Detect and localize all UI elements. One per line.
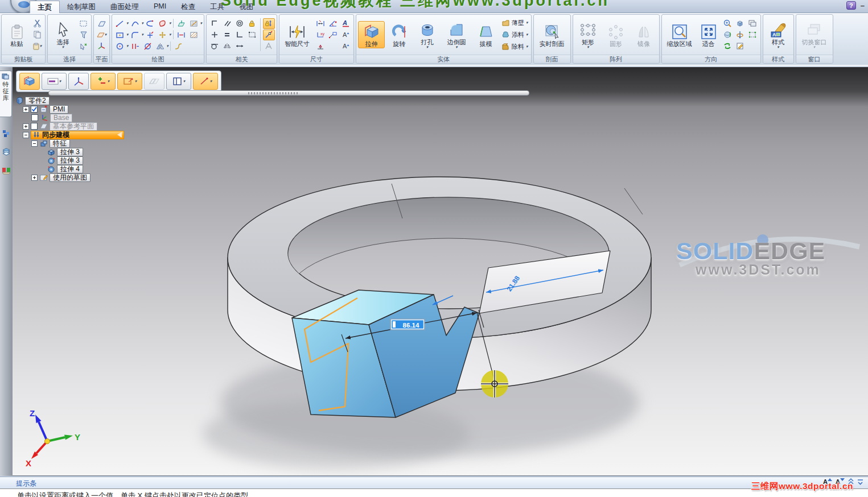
extrude-button[interactable]: 拉伸 bbox=[358, 21, 385, 48]
symmetry-icon[interactable] bbox=[221, 41, 233, 52]
rotate-sphere-icon[interactable] bbox=[722, 30, 734, 40]
round-button[interactable]: 边倒圆▾ bbox=[442, 19, 471, 50]
paste-special-icon[interactable]: ▾ bbox=[31, 41, 43, 52]
smart-dimension-button[interactable]: 智能尺寸 bbox=[281, 21, 313, 48]
datum-icon[interactable] bbox=[314, 41, 326, 52]
direction-line-icon[interactable]: ▾ bbox=[193, 73, 218, 90]
parallel-icon[interactable] bbox=[221, 18, 233, 29]
circular-pattern-button[interactable]: 圆形 bbox=[603, 21, 630, 48]
model-canvas[interactable]: 86.14 21.88 bbox=[0, 67, 868, 476]
offset-icon[interactable] bbox=[129, 41, 141, 52]
hatch-icon[interactable] bbox=[188, 30, 200, 40]
triad-icon[interactable] bbox=[96, 41, 108, 52]
tree-row-extrude3b[interactable]: 拉伸 3 bbox=[47, 156, 124, 164]
scissors-icon[interactable] bbox=[31, 18, 43, 29]
extent-icon[interactable]: ▾ bbox=[117, 73, 142, 90]
transform-icon[interactable] bbox=[77, 41, 89, 52]
pathfinder-collapse-bar[interactable] bbox=[48, 90, 529, 96]
equal-icon[interactable] bbox=[221, 30, 233, 40]
move-icon[interactable] bbox=[157, 30, 168, 40]
checkbox-checked[interactable] bbox=[31, 106, 38, 113]
concentric-icon[interactable] bbox=[233, 18, 245, 29]
add-cut-icon[interactable]: ▾ bbox=[90, 73, 116, 90]
pan-cube-icon[interactable] bbox=[734, 18, 746, 29]
tab-pmi[interactable]: PMI bbox=[146, 1, 174, 13]
style-button[interactable]: A 样式▾ bbox=[765, 19, 792, 50]
grid-icon[interactable] bbox=[188, 18, 200, 29]
keypoint-icon[interactable]: ▾ bbox=[42, 73, 67, 90]
zoom-icon[interactable] bbox=[722, 18, 734, 29]
auto-dimension-toggle[interactable] bbox=[263, 41, 275, 52]
paste-button[interactable]: 粘贴 bbox=[3, 21, 30, 48]
tree-row-extrude4[interactable]: 拉伸 4 bbox=[47, 165, 124, 173]
rectangle-icon[interactable] bbox=[114, 30, 126, 40]
layers-icon[interactable] bbox=[1, 147, 11, 157]
tab-home[interactable]: 主页 bbox=[30, 1, 60, 13]
midpoint-icon[interactable] bbox=[208, 30, 220, 40]
plane-icon[interactable] bbox=[96, 18, 108, 29]
checkbox-unchecked[interactable] bbox=[31, 114, 38, 121]
cascade-view-icon[interactable] bbox=[747, 18, 759, 29]
distance-between-icon[interactable] bbox=[314, 18, 326, 29]
expand-icon[interactable] bbox=[23, 123, 29, 130]
tree-row-extrude3a[interactable]: 拉伸 3 bbox=[47, 148, 124, 156]
tree-row-part[interactable]: 零件2 bbox=[15, 97, 124, 105]
expand-icon[interactable] bbox=[857, 479, 863, 485]
expand-icon[interactable] bbox=[31, 175, 38, 181]
3d-viewport[interactable]: 86.14 21.88 bbox=[0, 67, 868, 476]
angle-icon[interactable] bbox=[327, 18, 339, 29]
arc-icon[interactable] bbox=[129, 18, 141, 29]
lock-icon[interactable] bbox=[246, 18, 258, 29]
filter-icon[interactable] bbox=[77, 30, 89, 40]
swap-view-icon[interactable] bbox=[722, 41, 734, 52]
symmetric-icon[interactable] bbox=[144, 73, 164, 90]
spin-icon[interactable] bbox=[734, 30, 746, 40]
extrude-mode-icon[interactable] bbox=[19, 73, 40, 90]
cut-material-button[interactable]: 除料▾ bbox=[500, 41, 529, 52]
add-material-button[interactable]: 添料▾ bbox=[500, 29, 529, 40]
loop-icon[interactable] bbox=[157, 18, 168, 29]
expand-icon[interactable] bbox=[23, 106, 29, 113]
draft-button[interactable]: 拔模 bbox=[472, 21, 499, 48]
collapse-icon[interactable] bbox=[31, 140, 38, 147]
mirror-pattern-button[interactable]: 镜像 bbox=[631, 21, 657, 48]
style-page-icon[interactable] bbox=[734, 41, 746, 52]
font-up-icon[interactable]: A bbox=[340, 30, 352, 40]
coincident-plane-icon[interactable]: ▾ bbox=[96, 30, 108, 40]
callout-icon[interactable] bbox=[327, 30, 339, 40]
tree-row-ref-planes[interactable]: 基本参考平面 bbox=[23, 122, 124, 130]
marquee-icon[interactable] bbox=[77, 18, 89, 29]
thin-wall-button[interactable]: 薄壁▾ bbox=[500, 17, 529, 28]
tab-tools[interactable]: 工具 bbox=[203, 1, 232, 13]
stretch-icon[interactable] bbox=[175, 30, 187, 40]
hole-button[interactable]: 打孔▾ bbox=[414, 19, 441, 50]
fit-button[interactable]: 适合 bbox=[697, 21, 721, 48]
checkbox-unchecked[interactable] bbox=[31, 123, 38, 130]
trim-corner-icon[interactable] bbox=[144, 30, 156, 40]
tangent-icon[interactable] bbox=[208, 41, 220, 52]
perpendicular-icon[interactable] bbox=[233, 30, 245, 40]
tab-surfacing[interactable]: 曲面处理 bbox=[103, 1, 146, 13]
maintain-relationships-toggle[interactable] bbox=[263, 18, 275, 29]
tab-sketch[interactable]: 绘制草图 bbox=[60, 1, 103, 13]
feature-library-tab[interactable]: 特征库 bbox=[0, 71, 12, 117]
horizontal-icon[interactable] bbox=[233, 41, 245, 52]
side-step-icon[interactable]: ▾ bbox=[166, 73, 191, 90]
dimension-value[interactable]: 86.14 bbox=[403, 322, 419, 329]
tab-view[interactable]: 视图 bbox=[232, 1, 261, 13]
connect-icon[interactable] bbox=[208, 18, 220, 29]
help-icon[interactable]: ? bbox=[846, 1, 856, 10]
dimension-value-box[interactable]: 86.14 bbox=[390, 319, 425, 330]
blend-icon[interactable] bbox=[172, 41, 184, 52]
project-icon[interactable] bbox=[175, 18, 187, 29]
collapse-icon[interactable] bbox=[23, 132, 29, 138]
rigid-set-icon[interactable] bbox=[246, 30, 258, 40]
trim-icon[interactable] bbox=[142, 41, 154, 52]
tab-inspect[interactable]: 检查 bbox=[174, 1, 203, 13]
tree-row-pmi[interactable]: PMI bbox=[23, 105, 124, 113]
box-select-icon[interactable] bbox=[747, 30, 759, 40]
tree-row-base[interactable]: Base bbox=[31, 114, 124, 122]
scroll-left-icon[interactable] bbox=[117, 132, 122, 138]
tree-row-synchronous[interactable]: 同步建模 bbox=[23, 131, 124, 139]
dim-style-icon[interactable]: A bbox=[340, 18, 352, 29]
